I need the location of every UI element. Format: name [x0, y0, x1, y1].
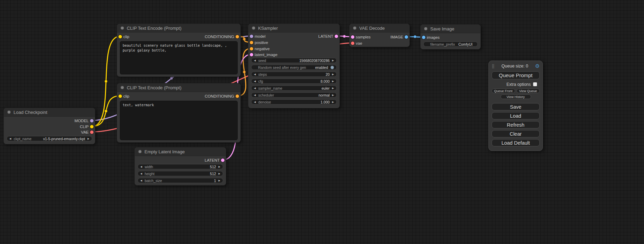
input-pin-negative[interactable]	[250, 47, 253, 51]
load-button[interactable]: Load	[492, 112, 540, 119]
extra-options-label: Extra options	[506, 82, 531, 87]
left-arrow-icon[interactable]: ◀	[140, 171, 142, 176]
save-button[interactable]: Save	[492, 103, 540, 110]
right-arrow-icon[interactable]: ▶	[332, 58, 334, 63]
output-pin-conditioning[interactable]	[236, 35, 239, 38]
collapse-dot-icon[interactable]	[252, 26, 255, 30]
queue-front-button[interactable]: Queue Front	[492, 89, 515, 93]
widget-name: ckpt_name	[14, 137, 31, 141]
input-slot-label-clip: clip	[123, 34, 129, 39]
node-title-bar[interactable]: CLIP Text Encode (Prompt)	[117, 24, 240, 33]
output-slot-label-latent: LATENT	[318, 34, 333, 39]
node-title: CLIP Text Encode (Prompt)	[127, 85, 182, 90]
clear-button[interactable]: Clear	[492, 130, 540, 137]
view-queue-button[interactable]: View Queue	[517, 89, 540, 93]
drag-handle-icon[interactable]: ⣿	[492, 64, 495, 69]
queue-prompt-button[interactable]: Queue Prompt	[492, 71, 540, 79]
left-arrow-icon[interactable]: ◀	[140, 178, 142, 183]
widget-value: 1	[214, 179, 216, 183]
widget-scheduler[interactable]: ◀ scheduler normal ▶	[251, 92, 337, 98]
input-pin-clip[interactable]	[118, 35, 122, 38]
node-title-bar[interactable]: Save Image	[421, 25, 480, 33]
right-arrow-icon[interactable]: ▶	[332, 72, 334, 76]
input-pin-samples[interactable]	[351, 35, 354, 39]
queue-actions-row: Queue Front View Queue	[492, 89, 540, 93]
node-load-checkpoint[interactable]: Load Checkpoint MODEL CLIP VAE ◀ ckpt_na…	[3, 108, 95, 144]
widget-width[interactable]: ◀ width 512 ▶	[138, 164, 223, 169]
right-arrow-icon[interactable]: ▶	[332, 100, 334, 104]
left-arrow-icon[interactable]: ◀	[254, 100, 256, 104]
extra-options-checkbox[interactable]	[533, 82, 537, 86]
node-title: Empty Latent Image	[144, 149, 185, 154]
left-arrow-icon[interactable]: ◀	[254, 72, 256, 76]
node-title-bar[interactable]: KSampler	[248, 24, 339, 33]
collapse-dot-icon[interactable]	[138, 150, 142, 153]
right-arrow-icon[interactable]: ▶	[332, 93, 334, 97]
widget-sampler-name[interactable]: ◀ sampler_name euler ▶	[251, 85, 337, 91]
collapse-dot-icon[interactable]	[424, 27, 427, 30]
collapse-dot-icon[interactable]	[121, 86, 124, 89]
collapse-dot-icon[interactable]	[353, 26, 356, 30]
widget-random-seed-toggle[interactable]: Random seed after every gen enabled	[251, 65, 337, 70]
node-clip-text-encode-negative[interactable]: CLIP Text Encode (Prompt) clip CONDITION…	[117, 83, 241, 143]
node-save-image[interactable]: Save Image images filename_prefix ComfyU…	[420, 24, 481, 49]
load-default-button[interactable]: Load Default	[492, 139, 540, 146]
right-arrow-icon[interactable]: ▶	[332, 79, 334, 83]
widget-height[interactable]: ◀ height 512 ▶	[138, 171, 223, 176]
widget-batch-size[interactable]: ◀ batch_size 1 ▶	[138, 178, 223, 183]
right-arrow-icon[interactable]: ▶	[219, 178, 220, 183]
negative-prompt-textarea[interactable]: text, watermark	[120, 101, 238, 140]
positive-prompt-textarea[interactable]: beautiful scenery nature glass bottle la…	[120, 41, 238, 74]
refresh-button[interactable]: Refresh	[492, 121, 540, 128]
node-title-bar[interactable]: VAE Decode	[350, 24, 409, 33]
settings-gear-icon[interactable]: ⚙	[535, 63, 540, 69]
widget-steps[interactable]: ◀ steps 20 ▶	[251, 72, 337, 77]
collapse-dot-icon[interactable]	[7, 110, 11, 114]
input-pin-images[interactable]	[422, 36, 425, 39]
view-history-button[interactable]: View History	[501, 94, 531, 99]
input-pin-positive[interactable]	[250, 41, 253, 44]
left-arrow-icon[interactable]: ◀	[254, 93, 256, 97]
input-pin-clip[interactable]	[118, 94, 122, 98]
node-vae-decode[interactable]: VAE Decode samples vae IMAGE	[349, 24, 410, 47]
output-pin-conditioning[interactable]	[236, 94, 239, 98]
widget-cfg[interactable]: ◀ cfg 8.000 ▶	[251, 79, 337, 84]
left-arrow-icon[interactable]: ◀	[254, 58, 256, 63]
widget-name: cfg	[258, 79, 263, 83]
input-pin-vae[interactable]	[351, 42, 354, 45]
widget-denoise[interactable]: ◀ denoise 1.000 ▶	[251, 99, 337, 105]
node-empty-latent-image[interactable]: Empty Latent Image LATENT ◀ width 512 ▶ …	[134, 147, 226, 186]
left-arrow-icon[interactable]: ◀	[254, 79, 256, 83]
right-arrow-icon[interactable]: ▶	[88, 136, 89, 141]
node-title-bar[interactable]: Empty Latent Image	[135, 147, 226, 156]
widget-value: 8.000	[320, 79, 329, 83]
left-arrow-icon[interactable]: ◀	[9, 136, 11, 141]
node-ksampler[interactable]: KSampler model positive negative latent_…	[248, 24, 340, 108]
output-slot-label-image: IMAGE	[390, 34, 403, 40]
node-title-bar[interactable]: Load Checkpoint	[4, 108, 95, 117]
output-pin-vae[interactable]	[90, 130, 94, 134]
output-pin-image[interactable]	[405, 35, 408, 39]
right-arrow-icon[interactable]: ▶	[332, 86, 334, 90]
output-pin-latent[interactable]	[335, 35, 338, 38]
widget-filename-prefix[interactable]: filename_prefix ComfyUI	[423, 42, 478, 47]
toggle-dot-icon[interactable]	[330, 66, 334, 69]
output-pin-model[interactable]	[90, 119, 94, 123]
left-arrow-icon[interactable]: ◀	[140, 164, 142, 169]
left-arrow-icon[interactable]: ◀	[254, 86, 256, 90]
right-arrow-icon[interactable]: ▶	[219, 171, 220, 176]
widget-ckpt-name[interactable]: ◀ ckpt_name v1-5-pruned-emaonly.ckpt ▶	[7, 136, 92, 141]
output-slot-label-vae: VAE	[81, 129, 89, 135]
right-arrow-icon[interactable]: ▶	[219, 164, 220, 169]
queue-menu-panel: ⣿ Queue size: 0 ⚙ Queue Prompt Extra opt…	[488, 61, 543, 151]
input-pin-latent-image[interactable]	[250, 53, 253, 56]
input-pin-model[interactable]	[250, 35, 253, 38]
input-slot-label-images: images	[427, 35, 440, 40]
output-pin-clip[interactable]	[90, 125, 94, 128]
node-title-bar[interactable]: CLIP Text Encode (Prompt)	[117, 83, 240, 92]
node-clip-text-encode-positive[interactable]: CLIP Text Encode (Prompt) clip CONDITION…	[117, 24, 241, 77]
widget-seed[interactable]: ◀ seed 156680208700286 ▶	[251, 58, 337, 63]
collapse-dot-icon[interactable]	[121, 26, 124, 30]
output-pin-latent[interactable]	[221, 159, 224, 162]
widget-value: euler	[321, 86, 329, 90]
